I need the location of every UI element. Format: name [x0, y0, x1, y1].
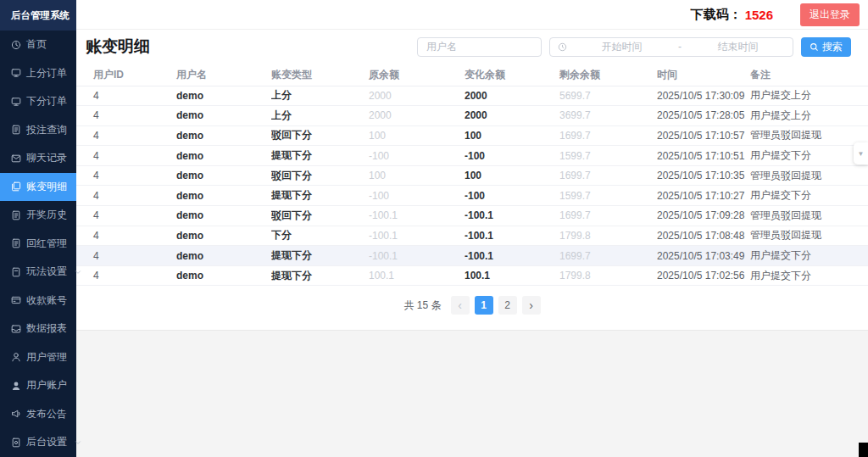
- search-button-label: 搜索: [822, 40, 843, 54]
- table-header-row: 用户ID用户名账变类型原余额变化余额剩余余额时间备注: [76, 64, 868, 86]
- table-cell: 管理员驳回提现: [750, 165, 868, 186]
- table-cell: 2025/10/5 17:10:51: [657, 146, 750, 166]
- column-header: 备注: [750, 64, 868, 86]
- chevron-down-icon: ▼: [858, 150, 865, 158]
- sidebar-item-user-management[interactable]: 用户管理: [0, 343, 76, 372]
- search-button[interactable]: 搜索: [801, 37, 851, 57]
- table-cell: -100.1: [369, 226, 465, 246]
- doc-gear-icon: [11, 437, 21, 448]
- sidebar-item-label: 开奖历史: [26, 208, 67, 222]
- table-cell: 2000: [465, 86, 559, 106]
- table-row[interactable]: 4demo下分-100.1-100.11799.82025/10/5 17:08…: [76, 226, 868, 246]
- sidebar-item-publish-announcement[interactable]: 发布公告: [0, 400, 76, 429]
- page-buttons: 12: [475, 296, 517, 315]
- table-row[interactable]: 4demo驳回下分1001001699.72025/10/5 17:10:35管…: [76, 165, 868, 186]
- column-header: 用户名: [176, 64, 271, 86]
- sidebar-item-withdraw-orders[interactable]: 下分订单: [0, 87, 76, 116]
- sidebar-item-home[interactable]: 首页: [0, 31, 76, 59]
- table-cell: 2025/10/5 17:10:35: [657, 165, 750, 186]
- sidebar-item-data-reports[interactable]: 数据报表: [0, 315, 76, 343]
- table-cell: 2025/10/5 17:10:57: [657, 125, 750, 146]
- monitor-icon: [11, 97, 21, 107]
- download-code-label: 下载码：: [691, 7, 742, 23]
- sidebar-item-label: 玩法设置: [26, 265, 67, 279]
- table-row[interactable]: 4demo上分200020003699.72025/10/5 17:28:05用…: [76, 106, 868, 126]
- table-cell: demo: [176, 265, 271, 286]
- table-cell: 100.1: [465, 265, 559, 286]
- copy-icon: [11, 181, 21, 192]
- logout-button[interactable]: 退出登录: [800, 3, 860, 26]
- sidebar-item-deposit-orders[interactable]: 上分订单: [0, 59, 76, 88]
- column-header: 用户ID: [76, 64, 176, 86]
- column-header: 时间: [657, 64, 750, 86]
- table-cell: demo: [176, 206, 271, 226]
- table-cell: 2025/10/5 17:08:48: [657, 226, 750, 246]
- table-cell: -100: [465, 186, 559, 206]
- table-cell: 4: [76, 86, 176, 106]
- date-range-separator: -: [676, 41, 683, 53]
- date-range-picker[interactable]: 开始时间 - 结束时间: [549, 37, 793, 57]
- table-row[interactable]: 4demo驳回下分-100.1-100.11699.72025/10/5 17:…: [76, 206, 868, 226]
- monitor-icon: [11, 68, 21, 78]
- table-cell: 5699.7: [559, 86, 657, 106]
- sidebar-item-label: 投注查询: [26, 123, 67, 137]
- sidebar-item-user-accounts[interactable]: 用户账户: [0, 371, 76, 400]
- sidebar-item-lottery-history[interactable]: 开奖历史: [0, 201, 76, 230]
- table-cell: demo: [176, 165, 271, 186]
- sidebar-item-label: 聊天记录: [26, 151, 67, 165]
- sidebar-item-rebate-management[interactable]: 回红管理: [0, 230, 76, 259]
- table-cell: 1699.7: [559, 246, 657, 266]
- username-input[interactable]: [417, 37, 542, 57]
- table-row[interactable]: 4demo上分200020005699.72025/10/5 17:30:09用…: [76, 86, 868, 106]
- table-row[interactable]: 4demo驳回下分1001001699.72025/10/5 17:10:57管…: [76, 125, 868, 146]
- column-header: 原余额: [369, 64, 465, 86]
- table-row[interactable]: 4demo提现下分100.1100.11799.82025/10/5 17:02…: [76, 265, 868, 286]
- sidebar-item-bet-query[interactable]: 投注查询: [0, 116, 76, 145]
- table-cell: 管理员驳回提现: [750, 206, 868, 226]
- sidebar-item-play-settings[interactable]: 玩法设置: [0, 258, 76, 287]
- sidebar-item-account-changes[interactable]: 账变明细: [0, 173, 76, 202]
- page-button-1[interactable]: 1: [475, 296, 493, 315]
- doc-lines-icon: [11, 125, 21, 135]
- table-cell: 用户提交下分: [750, 246, 868, 266]
- table-cell: 提现下分: [271, 265, 369, 286]
- table-cell: 2025/10/5 17:09:28: [657, 206, 750, 226]
- table-cell: 2025/10/5 17:02:56: [657, 265, 750, 286]
- table-cell: 2000: [369, 106, 465, 126]
- table-cell: 4: [76, 246, 176, 266]
- sidebar-item-label: 后台设置: [26, 435, 67, 449]
- scroll-expand-tab[interactable]: ▼: [854, 142, 868, 164]
- sidebar-item-chat-records[interactable]: 聊天记录: [0, 144, 76, 173]
- table-cell: demo: [176, 246, 271, 266]
- table-cell: 上分: [271, 86, 369, 106]
- sidebar-item-admin-settings[interactable]: 后台设置: [0, 428, 76, 457]
- content-card: 账变明细 开始时间 - 结束时间 搜索: [76, 30, 868, 331]
- table-cell: -100.1: [465, 206, 559, 226]
- sidebar-item-label: 收款账号: [26, 293, 67, 308]
- next-page-button[interactable]: ›: [522, 296, 541, 315]
- table-cell: demo: [176, 226, 271, 246]
- table-cell: -100.1: [369, 246, 465, 266]
- table-cell: demo: [176, 125, 271, 146]
- filter-bar: 开始时间 - 结束时间 搜索: [417, 37, 851, 57]
- prev-page-button[interactable]: ‹: [451, 296, 470, 315]
- table-cell: 4: [76, 165, 176, 186]
- table-cell: 用户提交下分: [750, 186, 868, 206]
- table-row[interactable]: 4demo提现下分-100.1-100.11699.72025/10/5 17:…: [76, 246, 868, 266]
- page-button-2[interactable]: 2: [498, 296, 517, 315]
- table-cell: 4: [76, 146, 176, 166]
- sidebar: 后台管理系统 首页 上分订单 下分订单 投注查询 聊天记录 账变明细 开奖历史: [0, 0, 76, 457]
- search-icon: [810, 42, 819, 52]
- sidebar-item-payment-accounts[interactable]: 收款账号: [0, 287, 76, 315]
- table-cell: 管理员驳回提现: [750, 125, 868, 146]
- table-cell: -100.1: [369, 206, 465, 226]
- sidebar-item-label: 发布公告: [26, 407, 67, 421]
- table-row[interactable]: 4demo提现下分-100-1001599.72025/10/5 17:10:5…: [76, 146, 868, 166]
- table-cell: 用户提交下分: [750, 265, 868, 286]
- table-cell: 驳回下分: [271, 125, 369, 146]
- table-cell: 提现下分: [271, 246, 369, 266]
- user-icon: [11, 352, 21, 362]
- table-body: 4demo上分200020005699.72025/10/5 17:30:09用…: [76, 86, 868, 286]
- table-row[interactable]: 4demo提现下分-100-1001599.72025/10/5 17:10:2…: [76, 186, 868, 206]
- table-cell: -100.1: [465, 226, 559, 246]
